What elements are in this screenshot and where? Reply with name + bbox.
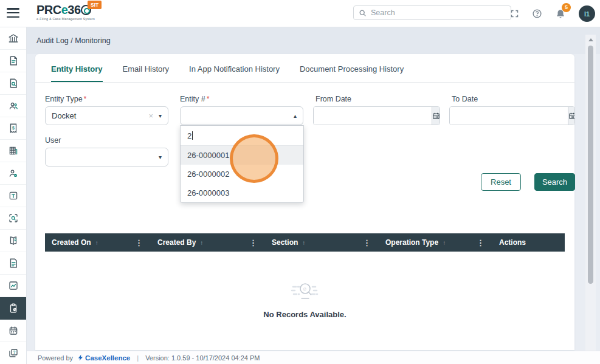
sidebar-item-ledger[interactable]	[0, 230, 26, 252]
column-actions: Actions	[492, 233, 565, 252]
table-header: Created On↑⋮ Created By↑⋮ Section↑⋮ Oper…	[45, 233, 565, 252]
powered-by-label: Powered by	[38, 354, 73, 362]
search-button[interactable]: Search	[534, 173, 575, 191]
users-icon	[8, 100, 19, 111]
column-menu-icon[interactable]: ⋮	[477, 238, 484, 247]
column-created-by[interactable]: Created By↑⋮	[151, 233, 265, 252]
logo-tagline: e-Filing & Case Management System	[36, 18, 95, 21]
sidebar-item-organization[interactable]	[0, 140, 26, 162]
to-date-field	[449, 106, 575, 125]
sidebar-item-calendar[interactable]	[0, 320, 26, 342]
sidebar-item-scan-search[interactable]	[0, 207, 26, 230]
search-input[interactable]	[371, 9, 506, 17]
sidebar-item-document-search[interactable]	[0, 72, 26, 95]
report-icon	[8, 258, 19, 269]
chevron-down-icon[interactable]: ▾	[159, 112, 162, 119]
sidebar-item-documents[interactable]	[0, 50, 26, 72]
text-cursor	[192, 131, 193, 140]
vertical-scrollbar[interactable]	[585, 35, 596, 351]
fullscreen-icon[interactable]	[510, 9, 519, 18]
user-select[interactable]: ▾	[45, 148, 168, 167]
svg-text:$: $	[12, 126, 15, 131]
entity-type-label: Entity Type*	[45, 95, 86, 103]
column-menu-icon[interactable]: ⋮	[249, 238, 257, 247]
bell-icon[interactable]: 5	[555, 9, 566, 19]
entity-type-select[interactable]: Docket × ▾	[45, 106, 168, 125]
app-logo[interactable]: PRCe36 e-Filing & Case Management System	[36, 4, 95, 21]
reset-button[interactable]: Reset	[481, 173, 521, 191]
entity-type-value: Docket	[52, 111, 76, 120]
dropdown-option[interactable]: 26-0000002	[181, 165, 303, 184]
entity-no-select[interactable]: ▴	[180, 106, 303, 125]
sort-icon[interactable]: ↑	[95, 239, 98, 246]
casexellence-link[interactable]: CaseXellence	[77, 354, 130, 362]
footer-separator: |	[137, 354, 139, 362]
scrollbar-thumb[interactable]	[588, 46, 593, 284]
sidebar-item-invoices[interactable]: $	[0, 117, 26, 140]
hamburger-menu-icon[interactable]	[7, 8, 19, 19]
tab-bar: Entity History Email History In App Noti…	[35, 54, 574, 83]
from-date-input[interactable]	[314, 107, 432, 125]
to-date-label: To Date	[452, 95, 478, 103]
help-icon[interactable]	[532, 9, 542, 19]
breadcrumb-bar: Audit Log / Monitoring	[27, 27, 600, 54]
environment-badge: SIT	[88, 1, 102, 9]
dropdown-option[interactable]: 26-0000001	[181, 146, 303, 165]
avatar[interactable]: I1	[579, 5, 595, 22]
sidebar-item-institution[interactable]	[0, 27, 26, 50]
faq-icon: ?	[8, 348, 19, 359]
to-date-calendar-button[interactable]	[568, 107, 575, 125]
from-date-calendar-button[interactable]	[432, 107, 440, 125]
sidebar-item-reports[interactable]	[0, 252, 26, 275]
column-menu-icon[interactable]: ⋮	[363, 238, 371, 247]
sidebar-item-users[interactable]	[0, 95, 26, 117]
user-check-icon	[8, 168, 19, 179]
chevron-up-icon[interactable]: ▴	[294, 112, 297, 119]
audit-log-icon	[8, 303, 19, 314]
content-card: Entity History Email History In App Noti…	[35, 54, 574, 350]
institution-icon	[8, 33, 19, 44]
column-menu-icon[interactable]: ⋮	[135, 238, 143, 247]
sidebar-item-faq[interactable]: ?	[0, 342, 26, 364]
scroll-up-arrow-icon[interactable]	[588, 38, 593, 41]
tab-in-app-notification-history[interactable]: In App Notification History	[189, 64, 280, 82]
clear-icon[interactable]: ×	[148, 111, 153, 120]
ledger-icon	[8, 235, 19, 246]
column-section[interactable]: Section↑⋮	[265, 233, 379, 252]
dropdown-search-input[interactable]: 2	[181, 126, 303, 146]
version-label: Version: 1.0.59 - 10/17/2024 04:24 PM	[145, 354, 260, 362]
to-date-input[interactable]	[450, 107, 568, 125]
sort-icon[interactable]: ↑	[200, 239, 203, 246]
sort-icon[interactable]: ↑	[443, 239, 446, 246]
svg-text:∅: ∅	[303, 286, 306, 290]
chevron-down-icon[interactable]: ▾	[159, 154, 162, 160]
tab-entity-history[interactable]: Entity History	[51, 64, 103, 82]
column-operation-type[interactable]: Operation Type↑⋮	[379, 233, 492, 252]
global-search[interactable]	[353, 5, 511, 20]
footer: Powered by CaseXellence | Version: 1.0.5…	[27, 351, 600, 364]
sidebar-item-analytics[interactable]	[0, 275, 26, 297]
column-created-on[interactable]: Created On↑⋮	[45, 233, 151, 252]
sidebar-item-user-verification[interactable]	[0, 162, 26, 185]
top-bar: PRCe36 e-Filing & Case Management System…	[0, 0, 600, 27]
sidebar-item-templates[interactable]	[0, 185, 26, 207]
invoice-icon: $	[8, 123, 19, 134]
sort-icon[interactable]: ↑	[302, 239, 305, 246]
scan-search-icon	[8, 213, 19, 224]
sidebar-item-audit-log[interactable]	[0, 297, 26, 320]
template-icon	[8, 190, 19, 201]
results-table: Created On↑⋮ Created By↑⋮ Section↑⋮ Oper…	[45, 233, 565, 349]
svg-text:?: ?	[13, 350, 15, 354]
tab-document-processing-history[interactable]: Document Processing History	[300, 64, 404, 82]
tab-email-history[interactable]: Email History	[123, 64, 170, 82]
entity-no-label: Entity #*	[180, 95, 210, 103]
document-search-icon	[8, 78, 19, 89]
chart-icon	[8, 280, 19, 291]
main-area: Audit Log / Monitoring Entity History Em…	[27, 27, 600, 364]
document-icon	[8, 55, 19, 66]
calendar-icon	[432, 112, 440, 120]
dropdown-option[interactable]: 26-0000003	[181, 184, 303, 202]
breadcrumb: Audit Log / Monitoring	[36, 36, 111, 45]
from-date-label: From Date	[316, 95, 351, 103]
building-icon	[8, 145, 19, 156]
